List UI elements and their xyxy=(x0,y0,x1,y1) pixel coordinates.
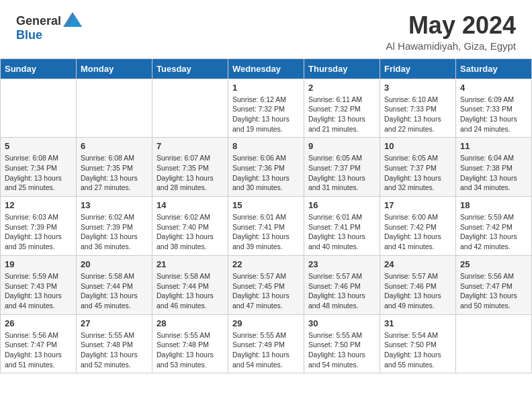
day-number: 24 xyxy=(384,259,451,269)
day-number: 8 xyxy=(232,141,300,151)
week-row-5: 26Sunrise: 5:56 AM Sunset: 7:47 PM Dayli… xyxy=(1,314,532,373)
day-number: 19 xyxy=(5,259,72,269)
day-header-wednesday: Wednesday xyxy=(228,58,304,79)
day-info: Sunrise: 5:55 AM Sunset: 7:48 PM Dayligh… xyxy=(157,330,224,370)
day-info: Sunrise: 6:05 AM Sunset: 7:37 PM Dayligh… xyxy=(308,153,375,193)
logo-general-text: General xyxy=(16,14,61,28)
day-number: 4 xyxy=(460,83,527,93)
day-number: 22 xyxy=(232,259,300,269)
day-number: 30 xyxy=(308,318,375,328)
empty-cell xyxy=(77,79,152,138)
day-number: 13 xyxy=(81,200,148,210)
day-number: 23 xyxy=(308,259,375,269)
day-info: Sunrise: 6:08 AM Sunset: 7:34 PM Dayligh… xyxy=(5,153,72,193)
title-area: May 2024 Al Hawamidiyah, Giza, Egypt xyxy=(386,12,516,52)
day-cell-27: 27Sunrise: 5:55 AM Sunset: 7:48 PM Dayli… xyxy=(77,314,152,373)
day-cell-22: 22Sunrise: 5:57 AM Sunset: 7:45 PM Dayli… xyxy=(228,255,304,314)
day-info: Sunrise: 6:02 AM Sunset: 7:40 PM Dayligh… xyxy=(157,212,224,252)
day-info: Sunrise: 6:04 AM Sunset: 7:38 PM Dayligh… xyxy=(460,153,527,193)
day-number: 21 xyxy=(157,259,224,269)
day-cell-2: 2Sunrise: 6:11 AM Sunset: 7:32 PM Daylig… xyxy=(304,79,380,138)
day-number: 27 xyxy=(81,318,148,328)
day-info: Sunrise: 5:57 AM Sunset: 7:45 PM Dayligh… xyxy=(232,271,300,311)
day-info: Sunrise: 6:05 AM Sunset: 7:37 PM Dayligh… xyxy=(384,153,451,193)
day-info: Sunrise: 5:56 AM Sunset: 7:47 PM Dayligh… xyxy=(460,271,527,311)
day-number: 6 xyxy=(81,141,148,151)
empty-cell xyxy=(152,79,228,138)
logo-icon xyxy=(63,12,82,27)
day-cell-18: 18Sunrise: 5:59 AM Sunset: 7:42 PM Dayli… xyxy=(456,197,532,256)
day-info: Sunrise: 5:55 AM Sunset: 7:49 PM Dayligh… xyxy=(232,330,300,370)
day-info: Sunrise: 6:11 AM Sunset: 7:32 PM Dayligh… xyxy=(308,95,375,134)
day-number: 10 xyxy=(384,141,451,151)
day-header-thursday: Thursday xyxy=(304,58,380,79)
day-info: Sunrise: 6:01 AM Sunset: 7:41 PM Dayligh… xyxy=(308,212,375,252)
day-cell-11: 11Sunrise: 6:04 AM Sunset: 7:38 PM Dayli… xyxy=(456,138,532,197)
day-info: Sunrise: 6:07 AM Sunset: 7:35 PM Dayligh… xyxy=(157,153,224,193)
day-cell-9: 9Sunrise: 6:05 AM Sunset: 7:37 PM Daylig… xyxy=(304,138,380,197)
day-header-saturday: Saturday xyxy=(456,58,532,79)
day-info: Sunrise: 5:57 AM Sunset: 7:46 PM Dayligh… xyxy=(384,271,451,311)
day-number: 28 xyxy=(157,318,224,328)
day-number: 1 xyxy=(232,83,300,93)
day-cell-13: 13Sunrise: 6:02 AM Sunset: 7:39 PM Dayli… xyxy=(77,197,152,256)
day-cell-29: 29Sunrise: 5:55 AM Sunset: 7:49 PM Dayli… xyxy=(228,314,304,373)
logo-blue-text: Blue xyxy=(16,28,42,42)
day-cell-25: 25Sunrise: 5:56 AM Sunset: 7:47 PM Dayli… xyxy=(456,255,532,314)
day-cell-28: 28Sunrise: 5:55 AM Sunset: 7:48 PM Dayli… xyxy=(152,314,228,373)
day-info: Sunrise: 6:03 AM Sunset: 7:39 PM Dayligh… xyxy=(5,212,72,252)
day-number: 31 xyxy=(384,318,451,328)
day-info: Sunrise: 5:58 AM Sunset: 7:44 PM Dayligh… xyxy=(157,271,224,311)
day-cell-8: 8Sunrise: 6:06 AM Sunset: 7:36 PM Daylig… xyxy=(228,138,304,197)
day-cell-5: 5Sunrise: 6:08 AM Sunset: 7:34 PM Daylig… xyxy=(1,138,77,197)
day-number: 9 xyxy=(308,141,375,151)
day-number: 7 xyxy=(157,141,224,151)
day-number: 14 xyxy=(157,200,224,210)
day-number: 20 xyxy=(81,259,148,269)
day-info: Sunrise: 6:02 AM Sunset: 7:39 PM Dayligh… xyxy=(81,212,148,252)
day-number: 2 xyxy=(308,83,375,93)
day-info: Sunrise: 6:06 AM Sunset: 7:36 PM Dayligh… xyxy=(232,153,300,193)
week-row-4: 19Sunrise: 5:59 AM Sunset: 7:43 PM Dayli… xyxy=(1,255,532,314)
day-cell-15: 15Sunrise: 6:01 AM Sunset: 7:41 PM Dayli… xyxy=(228,197,304,256)
day-number: 12 xyxy=(5,200,72,210)
empty-cell xyxy=(1,79,77,138)
day-info: Sunrise: 5:56 AM Sunset: 7:47 PM Dayligh… xyxy=(5,330,72,370)
day-number: 16 xyxy=(308,200,375,210)
day-cell-6: 6Sunrise: 6:08 AM Sunset: 7:35 PM Daylig… xyxy=(77,138,152,197)
day-cell-1: 1Sunrise: 6:12 AM Sunset: 7:32 PM Daylig… xyxy=(228,79,304,138)
location: Al Hawamidiyah, Giza, Egypt xyxy=(386,40,516,52)
day-info: Sunrise: 5:55 AM Sunset: 7:48 PM Dayligh… xyxy=(81,330,148,370)
day-cell-7: 7Sunrise: 6:07 AM Sunset: 7:35 PM Daylig… xyxy=(152,138,228,197)
day-cell-20: 20Sunrise: 5:58 AM Sunset: 7:44 PM Dayli… xyxy=(77,255,152,314)
day-info: Sunrise: 6:09 AM Sunset: 7:33 PM Dayligh… xyxy=(460,95,527,134)
day-header-monday: Monday xyxy=(77,58,152,79)
calendar-header-row: SundayMondayTuesdayWednesdayThursdayFrid… xyxy=(1,58,532,79)
day-info: Sunrise: 6:10 AM Sunset: 7:33 PM Dayligh… xyxy=(384,95,451,134)
day-cell-17: 17Sunrise: 6:00 AM Sunset: 7:42 PM Dayli… xyxy=(380,197,456,256)
day-cell-26: 26Sunrise: 5:56 AM Sunset: 7:47 PM Dayli… xyxy=(1,314,77,373)
day-cell-3: 3Sunrise: 6:10 AM Sunset: 7:33 PM Daylig… xyxy=(380,79,456,138)
day-info: Sunrise: 5:58 AM Sunset: 7:44 PM Dayligh… xyxy=(81,271,148,311)
day-number: 18 xyxy=(460,200,527,210)
day-number: 25 xyxy=(460,259,527,269)
week-row-1: 1Sunrise: 6:12 AM Sunset: 7:32 PM Daylig… xyxy=(1,79,532,138)
day-info: Sunrise: 5:54 AM Sunset: 7:50 PM Dayligh… xyxy=(384,330,451,370)
logo: General Blue xyxy=(16,12,82,42)
month-title: May 2024 xyxy=(386,12,516,39)
day-header-tuesday: Tuesday xyxy=(152,58,228,79)
day-header-friday: Friday xyxy=(380,58,456,79)
day-cell-24: 24Sunrise: 5:57 AM Sunset: 7:46 PM Dayli… xyxy=(380,255,456,314)
day-info: Sunrise: 5:59 AM Sunset: 7:42 PM Dayligh… xyxy=(460,212,527,252)
day-cell-16: 16Sunrise: 6:01 AM Sunset: 7:41 PM Dayli… xyxy=(304,197,380,256)
calendar-table: SundayMondayTuesdayWednesdayThursdayFrid… xyxy=(0,58,532,374)
day-header-sunday: Sunday xyxy=(1,58,77,79)
day-info: Sunrise: 5:57 AM Sunset: 7:46 PM Dayligh… xyxy=(308,271,375,311)
day-cell-12: 12Sunrise: 6:03 AM Sunset: 7:39 PM Dayli… xyxy=(1,197,77,256)
day-info: Sunrise: 5:59 AM Sunset: 7:43 PM Dayligh… xyxy=(5,271,72,311)
day-cell-4: 4Sunrise: 6:09 AM Sunset: 7:33 PM Daylig… xyxy=(456,79,532,138)
day-number: 17 xyxy=(384,200,451,210)
day-cell-30: 30Sunrise: 5:55 AM Sunset: 7:50 PM Dayli… xyxy=(304,314,380,373)
day-info: Sunrise: 6:01 AM Sunset: 7:41 PM Dayligh… xyxy=(232,212,300,252)
day-number: 3 xyxy=(384,83,451,93)
